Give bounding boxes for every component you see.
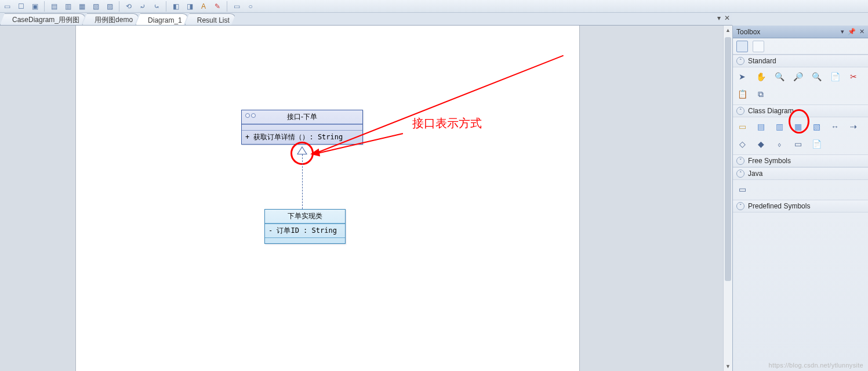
toolbar-icon[interactable]: ⟲ bbox=[124, 2, 133, 11]
toolbar-icon[interactable]: ▧ bbox=[91, 2, 100, 11]
annotation-text: 接口表示方式 bbox=[412, 116, 482, 131]
properties-icon[interactable]: 📄 bbox=[829, 71, 841, 82]
toolbar-icon[interactable]: ▥ bbox=[63, 2, 72, 11]
tab-diagram-1[interactable]: Diagram_1 bbox=[136, 13, 188, 25]
toolbar-icon[interactable]: ⤾ bbox=[138, 2, 147, 11]
scroll-up-icon[interactable]: ▲ bbox=[724, 26, 732, 35]
tab-label: Diagram_1 bbox=[148, 16, 182, 24]
tab-label: 用例图demo bbox=[95, 15, 133, 25]
panel-menu-icon[interactable]: ▾ bbox=[841, 28, 844, 35]
toolbox-titlebar[interactable]: Toolbox ▾ 📌 ✕ bbox=[733, 26, 868, 38]
tab-result-list[interactable]: Result List bbox=[185, 13, 236, 25]
document-tabs: CaseDiagram_用例图 用例图demo Diagram_1 Result… bbox=[0, 13, 732, 26]
uml-ops-empty bbox=[265, 237, 345, 243]
annotation-arrow-line bbox=[313, 55, 564, 155]
composition-tool-icon[interactable]: ◆ bbox=[755, 138, 767, 150]
association-tool-icon[interactable]: ↔ bbox=[829, 121, 841, 132]
toolbox-title-text: Toolbox bbox=[736, 28, 760, 36]
nary-tool-icon[interactable]: ⬨ bbox=[773, 138, 785, 150]
tab-usecase-demo[interactable]: 用例图demo bbox=[82, 13, 139, 25]
generalization-tool-icon[interactable]: ▧ bbox=[811, 121, 822, 132]
zoom-in-icon[interactable]: 🔍 bbox=[773, 71, 785, 82]
chevron-up-icon: ˄ bbox=[736, 170, 744, 178]
uml-class-attr: - 订单ID : String bbox=[265, 224, 345, 237]
aggregation-tool-icon[interactable]: ◇ bbox=[736, 138, 748, 150]
section-body-standard: ➤ ✋ 🔍 🔎 🔍 📄 ✂ 📋 ⧉ bbox=[733, 67, 868, 105]
toolbar-icon[interactable]: ▭ bbox=[2, 2, 12, 11]
diagram-canvas-viewport[interactable]: 接口-下单 + 获取订单详情（）: String 下单实现类 - 订单ID : … bbox=[0, 26, 732, 371]
section-header-java[interactable]: ˄ Java bbox=[733, 167, 868, 180]
zoom-out-icon[interactable]: 🔎 bbox=[792, 71, 804, 82]
toolbar-icon[interactable]: ▨ bbox=[105, 2, 114, 11]
pointer-tool-icon[interactable]: ➤ bbox=[736, 71, 748, 82]
toolbar-icon[interactable]: ⤿ bbox=[152, 2, 161, 11]
tab-casediagram[interactable]: CaseDiagram_用例图 bbox=[0, 13, 86, 25]
toolbar-icon[interactable]: ○ bbox=[246, 2, 255, 11]
lollipop-icon bbox=[245, 113, 256, 118]
toolbar-icon[interactable]: ✎ bbox=[213, 2, 222, 11]
toolbar-icon[interactable]: ▦ bbox=[77, 2, 86, 11]
chevron-up-icon: ˄ bbox=[736, 57, 744, 65]
section-header-free[interactable]: ˅ Free Symbols bbox=[733, 154, 868, 167]
uml-attributes-empty bbox=[242, 124, 362, 130]
section-title: Predefined Symbols bbox=[748, 202, 810, 210]
separator bbox=[44, 1, 45, 12]
vertical-scrollbar[interactable]: ▲ ▼ bbox=[723, 26, 732, 371]
toolbar-icon[interactable]: ▭ bbox=[232, 2, 241, 11]
toolbar-icon[interactable]: ▣ bbox=[30, 2, 39, 11]
toolbar-icon[interactable]: ▤ bbox=[49, 2, 59, 11]
toolbox-panel: Toolbox ▾ 📌 ✕ ˄ Standard ➤ ✋ 🔍 🔎 🔍 📄 ✂ 📋 bbox=[732, 26, 868, 371]
zoom-fit-icon[interactable]: 🔍 bbox=[811, 71, 822, 82]
cut-icon[interactable]: ✂ bbox=[848, 71, 859, 82]
section-header-standard[interactable]: ˄ Standard bbox=[733, 55, 868, 67]
tabs-close-icon[interactable]: ✕ bbox=[724, 14, 730, 22]
toolbar-icon[interactable]: A bbox=[199, 2, 208, 11]
uml-title-row: 接口-下单 bbox=[242, 110, 362, 124]
tab-label: CaseDiagram_用例图 bbox=[12, 15, 79, 25]
chevron-up-icon: ˄ bbox=[736, 107, 744, 115]
panel-pin-icon[interactable]: 📌 bbox=[848, 28, 856, 35]
diagram-page[interactable]: 接口-下单 + 获取订单详情（）: String 下单实现类 - 订单ID : … bbox=[75, 26, 580, 371]
uml-interface-title: 接口-下单 bbox=[287, 113, 317, 121]
view-large-icons[interactable] bbox=[736, 41, 748, 52]
interface-tool-icon[interactable]: ▥ bbox=[773, 121, 785, 132]
dependency-tool-icon[interactable]: ⇢ bbox=[848, 121, 859, 132]
pan-tool-icon[interactable]: ✋ bbox=[755, 71, 767, 82]
view-list[interactable] bbox=[753, 41, 764, 52]
uml-interface-box[interactable]: 接口-下单 + 获取订单详情（）: String bbox=[241, 110, 363, 145]
section-title: Class Diagram bbox=[748, 107, 794, 115]
annotation-arrowhead-icon bbox=[310, 149, 320, 159]
scroll-thumb[interactable] bbox=[725, 37, 731, 281]
link-icon[interactable]: ⧉ bbox=[755, 88, 767, 100]
chevron-down-icon: ˅ bbox=[736, 157, 744, 165]
separator bbox=[227, 1, 227, 12]
toolbar-icon[interactable]: ◧ bbox=[171, 2, 180, 11]
annotation-circle-toolbox bbox=[789, 109, 809, 134]
separator bbox=[119, 1, 119, 12]
toolbar-icon[interactable]: ☐ bbox=[16, 2, 26, 11]
realization-line[interactable] bbox=[302, 154, 303, 209]
toolbar-icon[interactable]: ◨ bbox=[185, 2, 194, 11]
tabs-menu-icon[interactable]: ▾ bbox=[717, 14, 721, 22]
package-tool-icon[interactable]: ▭ bbox=[736, 121, 748, 132]
tab-label: Result List bbox=[197, 16, 230, 24]
uml-class-box[interactable]: 下单实现类 - 订单ID : String bbox=[264, 209, 346, 244]
app-toolbar: ▭ ☐ ▣ ▤ ▥ ▦ ▧ ▨ ⟲ ⤾ ⤿ ◧ ◨ A ✎ ▭ ○ bbox=[0, 0, 868, 13]
java-class-tool-icon[interactable]: ▭ bbox=[736, 183, 748, 195]
class-tool-icon[interactable]: ▤ bbox=[755, 121, 767, 132]
document-tool-icon[interactable]: 📄 bbox=[811, 138, 822, 150]
section-title: Standard bbox=[748, 57, 776, 65]
toolbox-view-strip bbox=[733, 38, 868, 55]
chevron-down-icon: ˅ bbox=[736, 202, 744, 210]
panel-close-icon[interactable]: ✕ bbox=[859, 28, 865, 35]
section-body-classdiagram: ▭ ▤ ▥ ▦ ▧ ↔ ⇢ ◇ ◆ ⬨ ▭ 📄 bbox=[733, 117, 868, 154]
section-header-predef[interactable]: ˅ Predefined Symbols bbox=[733, 200, 868, 212]
section-body-java: ▭ bbox=[733, 180, 868, 200]
scroll-down-icon[interactable]: ▼ bbox=[724, 362, 732, 371]
section-title: Java bbox=[748, 170, 762, 178]
watermark-text: https://blog.csdn.net/ytlunnysite bbox=[769, 362, 863, 369]
note-tool-icon[interactable]: ▭ bbox=[792, 138, 804, 150]
section-title: Free Symbols bbox=[748, 157, 791, 165]
paste-icon[interactable]: 📋 bbox=[736, 88, 748, 100]
uml-class-title: 下单实现类 bbox=[265, 210, 345, 224]
